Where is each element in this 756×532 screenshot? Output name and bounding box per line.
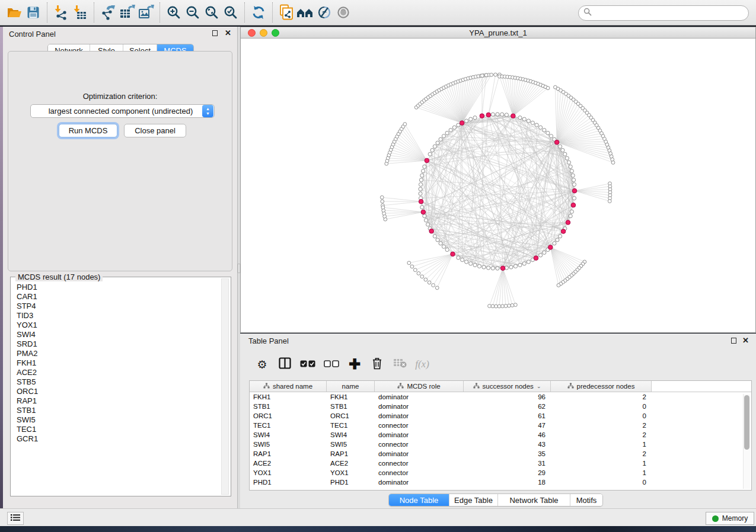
network-node[interactable] — [487, 266, 490, 270]
column-header-MCDS-role[interactable]: MCDS role — [375, 381, 464, 392]
create-column-button[interactable]: ✚ — [347, 355, 362, 373]
network-node[interactable] — [546, 131, 550, 134]
export-table-button[interactable] — [117, 2, 136, 23]
memory-button[interactable]: Memory — [706, 512, 754, 525]
table-settings-button[interactable]: ⚙ — [255, 355, 269, 373]
network-node[interactable] — [543, 251, 546, 254]
network-node[interactable] — [439, 137, 442, 141]
network-node[interactable] — [570, 169, 573, 173]
network-node[interactable] — [522, 262, 526, 265]
network-node[interactable] — [457, 123, 460, 127]
network-node[interactable] — [417, 272, 420, 275]
network-node[interactable] — [496, 113, 499, 116]
zoom-in-button[interactable] — [164, 2, 183, 23]
hide-graphics-button[interactable] — [315, 2, 334, 23]
network-node[interactable] — [513, 303, 517, 307]
mcds-result-item[interactable]: PMA2 — [17, 349, 218, 358]
network-node[interactable] — [424, 219, 428, 222]
run-mcds-button[interactable]: Run MCDS — [59, 124, 117, 137]
network-node[interactable] — [494, 73, 497, 76]
network-node[interactable] — [522, 117, 526, 121]
network-node[interactable] — [428, 152, 432, 156]
mcds-hub-node[interactable] — [451, 252, 455, 257]
network-canvas[interactable] — [241, 39, 755, 332]
mcds-hub-node[interactable] — [486, 113, 491, 117]
network-node[interactable] — [611, 161, 615, 164]
network-node[interactable] — [380, 196, 384, 199]
network-node[interactable] — [553, 242, 556, 245]
table-scrollbar-thumb[interactable] — [744, 395, 749, 450]
network-node[interactable] — [571, 174, 575, 177]
float-panel-icon[interactable] — [212, 30, 218, 36]
mcds-result-item[interactable]: ORC1 — [17, 387, 218, 396]
network-node[interactable] — [572, 196, 576, 200]
network-node[interactable] — [452, 126, 456, 129]
network-node[interactable] — [484, 73, 488, 77]
network-node[interactable] — [504, 305, 508, 308]
network-node[interactable] — [469, 117, 473, 121]
zoom-fit-button[interactable] — [202, 2, 221, 23]
network-node[interactable] — [435, 286, 439, 290]
table-row[interactable]: ORC1ORC1dominator610 — [250, 411, 751, 421]
network-node[interactable] — [469, 262, 473, 265]
network-node[interactable] — [557, 284, 560, 287]
mcds-result-item[interactable]: GCR1 — [17, 434, 218, 444]
network-node[interactable] — [563, 152, 567, 156]
network-node[interactable] — [569, 214, 572, 218]
deselect-all-button[interactable] — [324, 355, 339, 373]
network-node[interactable] — [527, 260, 530, 264]
mcds-result-item[interactable]: ACE2 — [17, 368, 218, 377]
close-panel-icon[interactable]: ✕ — [742, 337, 749, 344]
tab-network-table[interactable]: Network Table — [498, 494, 570, 506]
network-node[interactable] — [565, 156, 569, 160]
table-row[interactable]: TEC1TEC1connector472 — [250, 421, 751, 430]
network-node[interactable] — [473, 116, 477, 120]
mcds-hub-node[interactable] — [554, 140, 559, 145]
mcds-result-item[interactable]: STB5 — [17, 377, 218, 387]
network-node[interactable] — [496, 267, 499, 270]
network-node[interactable] — [436, 238, 439, 242]
mcds-hub-node[interactable] — [421, 210, 426, 214]
network-node[interactable] — [473, 263, 477, 267]
mcds-result-item[interactable]: TEC1 — [17, 425, 218, 434]
network-node[interactable] — [407, 261, 411, 265]
network-node[interactable] — [491, 267, 495, 270]
network-node[interactable] — [430, 149, 434, 152]
table-row[interactable]: STB1STB1dominator620 — [250, 402, 751, 411]
network-node[interactable] — [419, 182, 422, 186]
mcds-hub-node[interactable] — [534, 256, 538, 261]
task-history-button[interactable] — [7, 512, 24, 525]
network-node[interactable] — [527, 119, 530, 123]
network-node[interactable] — [572, 178, 575, 182]
delete-column-button[interactable] — [370, 355, 384, 373]
network-node[interactable] — [381, 200, 384, 203]
network-node[interactable] — [433, 235, 436, 238]
close-panel-icon[interactable]: ✕ — [225, 30, 231, 36]
network-node[interactable] — [490, 73, 493, 76]
column-header-successor-nodes[interactable]: successor nodes⌄ — [464, 381, 551, 392]
network-node[interactable] — [543, 129, 546, 132]
network-node[interactable] — [419, 192, 422, 196]
import-network-button[interactable] — [52, 2, 71, 23]
network-node[interactable] — [491, 113, 495, 116]
network-node[interactable] — [569, 165, 572, 168]
mcds-result-item[interactable]: SRD1 — [17, 339, 218, 349]
network-node[interactable] — [432, 284, 435, 287]
network-node[interactable] — [413, 268, 417, 272]
table-row[interactable]: FKH1FKH1dominator962 — [250, 392, 751, 402]
search-input[interactable] — [592, 7, 748, 19]
share-network-button[interactable] — [277, 2, 296, 23]
mcds-result-item[interactable]: SWI4 — [17, 330, 218, 339]
network-node[interactable] — [381, 206, 385, 209]
export-network-button[interactable] — [98, 2, 117, 23]
destroy-table-button[interactable] — [393, 355, 407, 373]
network-node[interactable] — [508, 304, 511, 307]
network-node[interactable] — [497, 305, 501, 308]
network-node[interactable] — [567, 161, 570, 164]
network-node[interactable] — [464, 119, 468, 123]
optimization-criterion-select[interactable]: largest connected component (undirected)… — [30, 104, 215, 118]
table-row[interactable]: YOX1YOX1connector291 — [250, 468, 751, 477]
network-node[interactable] — [436, 141, 439, 145]
float-panel-icon[interactable] — [731, 337, 737, 344]
tab-edge-table[interactable]: Edge Table — [449, 494, 498, 506]
